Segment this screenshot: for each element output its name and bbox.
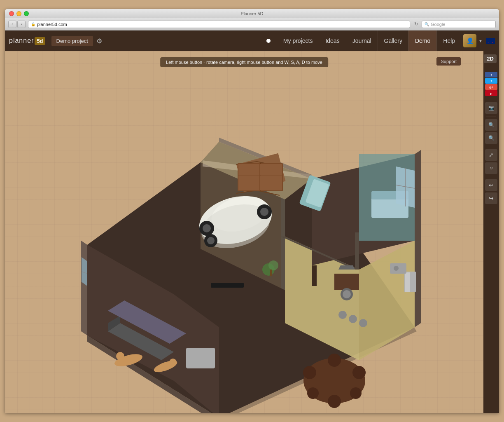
reload-button[interactable]: ↻ xyxy=(413,21,419,28)
svg-point-44 xyxy=(328,354,341,367)
search-icon: 🔍 xyxy=(425,22,429,26)
browser-title: Planner 5D xyxy=(240,11,263,16)
svg-marker-67 xyxy=(82,257,87,286)
flag-icon[interactable] xyxy=(486,38,495,44)
svg-marker-10 xyxy=(81,241,87,335)
address-bar[interactable]: 🔒 planner5d.com xyxy=(28,21,410,28)
svg-rect-71 xyxy=(405,282,410,292)
nav-item-gallery[interactable]: Gallery xyxy=(378,30,408,51)
logo[interactable]: planner 5d xyxy=(9,37,45,45)
svg-point-52 xyxy=(116,352,124,360)
minimize-button[interactable] xyxy=(16,11,21,16)
house-floor xyxy=(81,138,421,413)
units-button[interactable]: ft² xyxy=(485,162,497,174)
svg-point-45 xyxy=(328,395,341,408)
undo-button[interactable]: ↩ xyxy=(485,179,497,191)
settings-button[interactable]: ⚙ xyxy=(93,35,105,47)
svg-rect-76 xyxy=(238,164,259,176)
pinterest-button[interactable]: p xyxy=(485,90,497,96)
camera-button[interactable]: 📷 xyxy=(485,102,497,114)
units-label: ft² xyxy=(490,166,492,170)
svg-marker-17 xyxy=(355,232,359,270)
search-placeholder: Google xyxy=(431,22,445,27)
lock-icon: 🔒 xyxy=(31,22,35,26)
back-button[interactable]: ‹ xyxy=(8,21,16,28)
svg-point-46 xyxy=(307,387,319,399)
nav-item-ideas[interactable]: Ideas xyxy=(319,30,345,51)
twitter-button[interactable]: t xyxy=(485,78,497,84)
forward-button[interactable]: › xyxy=(17,21,26,28)
svg-rect-77 xyxy=(260,164,282,176)
separator-2 xyxy=(486,117,496,117)
svg-point-55 xyxy=(338,311,347,319)
svg-rect-48 xyxy=(186,348,215,368)
svg-rect-70 xyxy=(405,272,410,282)
project-name[interactable]: Demo project xyxy=(51,36,93,46)
browser-window: Planner 5D ‹ › 🔒 planner5d.com ↻ 🔍 Googl… xyxy=(5,9,499,413)
view-2d-button[interactable]: 2D xyxy=(484,54,497,63)
zoom-out-button[interactable]: 🔍 xyxy=(485,132,497,144)
svg-point-57 xyxy=(359,319,367,327)
svg-point-73 xyxy=(394,266,399,271)
url-text: planner5d.com xyxy=(37,22,67,27)
close-button[interactable] xyxy=(9,11,14,16)
avatar[interactable]: 👤 xyxy=(463,34,476,47)
fullscreen-button[interactable]: ⤢ xyxy=(485,149,497,161)
redo-icon: ↪ xyxy=(489,195,494,202)
browser-buttons xyxy=(9,11,29,16)
svg-marker-12 xyxy=(415,150,421,327)
facebook-button[interactable]: f xyxy=(485,72,497,77)
search-bar[interactable]: 🔍 Google xyxy=(422,21,496,28)
browser-toolbar: ‹ › 🔒 planner5d.com ↻ 🔍 Google xyxy=(5,18,499,30)
tooltip: Left mouse button - rotate camera, right… xyxy=(160,57,328,67)
main-content: Left mouse button - rotate camera, right… xyxy=(5,51,499,413)
logo-text: planner xyxy=(9,37,34,45)
svg-point-42 xyxy=(303,366,316,379)
nav-item-help[interactable]: Help xyxy=(436,30,461,51)
svg-point-61 xyxy=(268,260,278,270)
separator-3 xyxy=(486,147,496,147)
separator-4 xyxy=(486,177,496,177)
dropdown-arrow-icon[interactable]: ▼ xyxy=(478,39,483,43)
logo-area: planner 5d xyxy=(9,37,45,45)
svg-marker-15 xyxy=(281,197,285,290)
svg-rect-79 xyxy=(260,176,282,190)
svg-point-23 xyxy=(203,224,211,232)
avatar-image: 👤 xyxy=(463,34,476,47)
zoom-in-button[interactable]: 🔍 xyxy=(485,119,497,131)
google-plus-button[interactable]: g+ xyxy=(485,84,497,90)
nav-item-journal[interactable]: Journal xyxy=(346,30,378,51)
svg-rect-37 xyxy=(334,274,359,290)
svg-point-27 xyxy=(207,237,215,244)
svg-rect-59 xyxy=(211,283,244,288)
redo-button[interactable]: ↪ xyxy=(485,192,497,204)
top-nav: planner 5d Demo project ⚙ My projects Id… xyxy=(5,30,499,51)
social-buttons: f t g+ p xyxy=(485,72,497,96)
camera-icon: 📷 xyxy=(488,105,495,111)
3d-viewport[interactable]: Left mouse button - rotate camera, right… xyxy=(5,51,483,413)
browser-titlebar: Planner 5D xyxy=(5,9,499,18)
right-sidebar: 2D f t g+ p xyxy=(483,51,499,413)
svg-rect-62 xyxy=(270,270,272,276)
nav-buttons: ‹ › xyxy=(8,21,26,28)
separator xyxy=(486,100,496,100)
nav-item-my-projects[interactable]: My projects xyxy=(277,30,319,51)
svg-marker-5 xyxy=(359,241,415,360)
zoom-out-icon: 🔍 xyxy=(488,135,495,141)
svg-point-39 xyxy=(343,290,351,298)
svg-point-54 xyxy=(169,359,177,366)
logo-5d: 5d xyxy=(35,37,45,45)
svg-point-43 xyxy=(352,366,366,379)
undo-icon: ↩ xyxy=(489,182,494,188)
zoom-in-icon: 🔍 xyxy=(488,122,495,128)
svg-point-56 xyxy=(349,315,357,323)
nav-dot[interactable] xyxy=(266,39,271,43)
svg-point-47 xyxy=(350,387,362,399)
nav-item-demo[interactable]: Demo xyxy=(408,30,436,51)
svg-marker-40 xyxy=(338,265,355,270)
fullscreen-icon: ⤢ xyxy=(489,152,494,158)
maximize-button[interactable] xyxy=(24,11,29,16)
svg-rect-78 xyxy=(238,176,259,190)
house-3d-view[interactable] xyxy=(46,92,463,401)
support-button[interactable]: Support xyxy=(436,57,461,66)
